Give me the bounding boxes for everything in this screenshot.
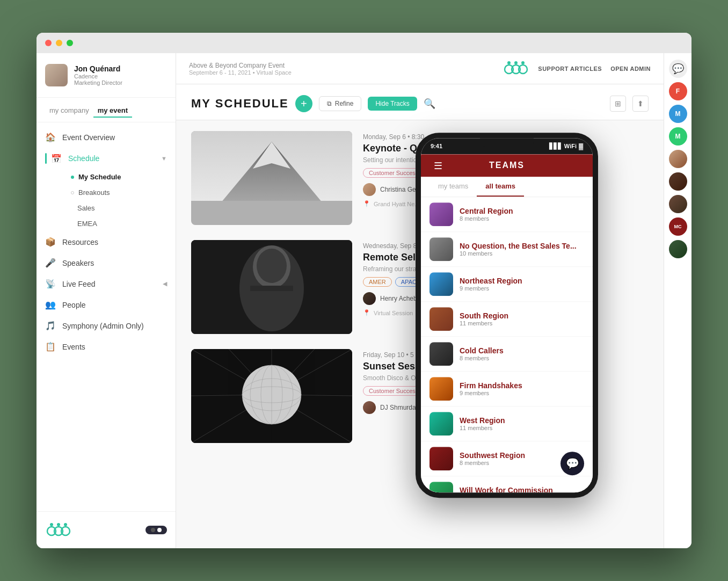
speaker-avatar [363, 401, 376, 414]
active-bar [45, 153, 47, 164]
export-button[interactable]: ⬆ [632, 96, 649, 112]
submenu-item-emea[interactable]: EMEA [62, 216, 176, 231]
team-members: 9 members [460, 285, 584, 292]
team-name: Firm Handshakes [460, 381, 584, 390]
list-item[interactable]: Central Region 8 members [421, 197, 593, 232]
tab-my-event[interactable]: my event [93, 104, 132, 118]
submenu-item-sales[interactable]: Sales [62, 200, 176, 216]
speaker-avatar [363, 292, 376, 305]
team-avatar [429, 272, 453, 296]
list-item[interactable]: Will Work for Commission 9 members [421, 476, 593, 492]
add-session-button[interactable]: + [295, 95, 312, 112]
team-avatar [429, 412, 453, 435]
phone-notch [480, 138, 534, 147]
team-members: 11 members [460, 425, 584, 431]
hamburger-icon[interactable]: ☰ [434, 160, 442, 172]
empty-dot [71, 191, 74, 194]
avatar-m2[interactable]: M [669, 127, 687, 146]
pagination-dots[interactable] [145, 526, 167, 534]
list-item[interactable]: No Question, the Best Sales Te... 10 mem… [421, 232, 593, 267]
symphony-icon: 🎵 [45, 321, 56, 331]
search-button[interactable]: 🔍 [424, 98, 435, 110]
list-item[interactable]: Northeast Region 9 members [421, 267, 593, 302]
live-feed-icon: 📡 [45, 279, 56, 289]
dot-1 [151, 528, 155, 532]
close-button[interactable] [45, 40, 52, 46]
tab-my-company[interactable]: my company [45, 104, 93, 118]
svg-point-10 [514, 61, 518, 64]
submenu-item-my-schedule[interactable]: My Schedule [62, 169, 176, 185]
tab-my-teams[interactable]: my teams [429, 177, 477, 197]
phone-body: ☰ TEAMS my teams all teams C [421, 154, 593, 492]
brand-logo [45, 520, 72, 540]
sidebar-item-people[interactable]: 👥 People [37, 294, 176, 315]
sidebar-item-events[interactable]: 📋 Events [37, 336, 176, 357]
chat-icon[interactable]: 💬 [669, 60, 687, 78]
avatar-photo1[interactable] [669, 150, 687, 168]
sidebar-item-speakers[interactable]: 🎤 Speakers [37, 252, 176, 273]
wifi-icon: WiFi [564, 143, 577, 149]
sidebar-item-resources[interactable]: 📦 Resources [37, 231, 176, 252]
session-image [191, 240, 352, 334]
team-name: Will Work for Commission [460, 486, 584, 492]
team-members: 8 members [460, 215, 584, 222]
session-location: Grand Hyatt Ne... [374, 201, 420, 207]
grid-view-button[interactable]: ⊞ [610, 96, 626, 112]
team-members: 8 members [460, 355, 584, 361]
chat-bubble-button[interactable]: 💬 [560, 452, 584, 475]
avatar-photo2[interactable] [669, 172, 687, 191]
avatar-f[interactable]: F [669, 82, 687, 100]
list-item[interactable]: West Region 11 members [421, 406, 593, 441]
events-icon: 📋 [45, 342, 56, 352]
tag: AMER [363, 277, 392, 287]
team-members: 10 members [460, 250, 584, 257]
filter-icon: ⧉ [327, 100, 332, 107]
list-item[interactable]: Cold Callers 8 members [421, 337, 593, 372]
location-icon: 📍 [363, 200, 370, 207]
svg-point-4 [57, 523, 60, 526]
tab-all-teams[interactable]: all teams [477, 177, 524, 197]
sidebar: Jon Quénard Cadence Marketing Director m… [37, 53, 176, 548]
refine-button[interactable]: ⧉ Refine [319, 96, 362, 111]
sidebar-bottom [37, 511, 176, 548]
event-name: Above & Beyond Company Event [189, 62, 494, 69]
team-name: South Region [460, 311, 584, 320]
team-avatar [429, 342, 453, 366]
minimize-button[interactable] [56, 40, 62, 46]
dot-2 [157, 528, 162, 532]
team-avatar [429, 482, 453, 492]
list-item[interactable]: Firm Handshakes 9 members [421, 372, 593, 406]
maximize-button[interactable] [67, 40, 73, 46]
svg-point-9 [507, 61, 511, 64]
sidebar-item-schedule[interactable]: 📅 Schedule ▼ [37, 148, 176, 169]
submenu-item-breakouts[interactable]: Breakouts [62, 185, 176, 200]
phone-title: TEAMS [489, 161, 525, 170]
speakers-icon: 🎤 [45, 258, 56, 268]
sidebar-item-event-overview[interactable]: 🏠 Event Overview [37, 127, 176, 148]
avatar-photo4[interactable] [669, 240, 687, 258]
signal-icon: ▋▋▋ [549, 143, 562, 150]
support-articles-btn[interactable]: SUPPORT ARTICLES [538, 66, 602, 72]
open-admin-btn[interactable]: OPEN ADMIN [610, 66, 651, 72]
svg-point-19 [257, 249, 287, 283]
avatar-m1[interactable]: M [669, 105, 687, 123]
avatar-mc[interactable]: MC [669, 217, 687, 236]
people-icon: 👥 [45, 300, 56, 310]
schedule-submenu: My Schedule Breakouts Sales EMEA [37, 169, 176, 231]
team-avatar [429, 447, 453, 470]
team-name: Cold Callers [460, 346, 584, 355]
hide-tracks-button[interactable]: Hide Tracks [368, 97, 417, 111]
svg-rect-15 [191, 201, 352, 225]
list-item[interactable]: South Region 11 members [421, 302, 593, 337]
avatar-photo3[interactable] [669, 195, 687, 213]
sidebar-item-live-feed[interactable]: 📡 Live Feed ◀ [37, 273, 176, 294]
team-members: 11 members [460, 320, 584, 326]
sidebar-menu: 🏠 Event Overview 📅 Schedule ▼ My Schedul… [37, 122, 176, 511]
battery-icon: ▓ [579, 143, 583, 149]
phone-header: ☰ TEAMS [421, 154, 593, 177]
phone-tabs: my teams all teams [421, 177, 593, 197]
phone-time: 9:41 [431, 143, 442, 149]
session-image [191, 349, 352, 443]
team-name: Northeast Region [460, 277, 584, 285]
sidebar-item-symphony[interactable]: 🎵 Symphony (Admin Only) [37, 315, 176, 336]
